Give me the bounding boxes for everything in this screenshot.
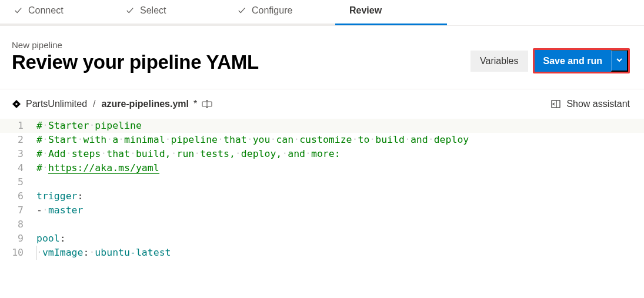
step-label: Configure <box>252 5 292 16</box>
save-and-run-button[interactable]: Save and run <box>535 50 611 72</box>
file-name: azure-pipelines.yml <box>101 99 189 109</box>
editor-line[interactable]: 8 <box>0 217 644 232</box>
dirty-marker: * <box>193 99 197 109</box>
editor-line[interactable]: 10·vmImage:·ubuntu-latest <box>0 246 644 260</box>
line-number: 8 <box>0 217 36 232</box>
page-header: New pipeline Review your pipeline YAML V… <box>0 26 644 89</box>
line-number: 3 <box>0 147 36 161</box>
line-number: 2 <box>0 133 36 147</box>
step-configure[interactable]: Configure <box>223 0 335 25</box>
code-content: ·vmImage:·ubuntu-latest <box>36 246 171 260</box>
step-connect[interactable]: Connect <box>0 0 112 25</box>
code-content: -·master <box>36 203 83 217</box>
path-separator: / <box>93 99 95 109</box>
show-assistant-label: Show assistant <box>566 99 630 109</box>
code-content: trigger: <box>36 189 83 203</box>
editor-line[interactable]: 3#·Add·steps·that·build,·run·tests,·depl… <box>0 147 644 161</box>
line-number: 1 <box>0 119 36 133</box>
code-content: pool: <box>36 232 66 246</box>
show-assistant-button[interactable]: Show assistant <box>551 99 630 109</box>
rename-icon[interactable] <box>202 100 212 108</box>
code-content: #·Add·steps·that·build,·run·tests,·deplo… <box>36 147 341 161</box>
repo-name[interactable]: PartsUnlimited <box>26 99 87 109</box>
save-and-run-dropdown[interactable] <box>611 50 628 72</box>
line-number: 9 <box>0 232 36 246</box>
check-icon <box>238 6 246 15</box>
step-label: Connect <box>28 5 64 16</box>
chevron-down-icon <box>616 56 623 63</box>
step-label: Review <box>349 5 382 16</box>
check-icon <box>14 6 22 15</box>
code-content: #·Start·with·a·minimal·pipeline·that·you… <box>36 133 469 147</box>
editor-line[interactable]: 7-·master <box>0 203 644 217</box>
step-select[interactable]: Select <box>112 0 223 25</box>
editor-line[interactable]: 1#·Starter·pipeline <box>0 119 644 133</box>
yaml-editor[interactable]: 1#·Starter·pipeline2#·Start·with·a·minim… <box>0 119 644 260</box>
breadcrumb: New pipeline <box>12 40 259 50</box>
repo-icon <box>12 99 21 109</box>
line-number: 5 <box>0 175 36 189</box>
pipeline-stepper: Connect Select Configure Review <box>0 0 644 26</box>
editor-line[interactable]: 5 <box>0 175 644 189</box>
panel-collapse-icon <box>551 100 560 108</box>
page-title: Review your pipeline YAML <box>12 51 259 73</box>
editor-line[interactable]: 9pool: <box>0 232 644 246</box>
save-and-run-group: Save and run <box>533 48 630 73</box>
line-number: 4 <box>0 161 36 175</box>
variables-button[interactable]: Variables <box>471 51 528 72</box>
step-label: Select <box>140 5 166 16</box>
line-number: 10 <box>0 246 36 260</box>
code-content: #·Starter·pipeline <box>36 119 142 133</box>
editor-line[interactable]: 4#·https://aka.ms/yaml <box>0 161 644 175</box>
editor-line[interactable]: 6trigger: <box>0 189 644 203</box>
step-review[interactable]: Review <box>335 0 447 25</box>
editor-line[interactable]: 2#·Start·with·a·minimal·pipeline·that·yo… <box>0 133 644 147</box>
code-content: #·https://aka.ms/yaml <box>36 161 159 175</box>
line-number: 7 <box>0 203 36 217</box>
line-number: 6 <box>0 189 36 203</box>
check-icon <box>126 6 134 15</box>
file-bar: PartsUnlimited / azure-pipelines.yml * S… <box>0 89 644 119</box>
